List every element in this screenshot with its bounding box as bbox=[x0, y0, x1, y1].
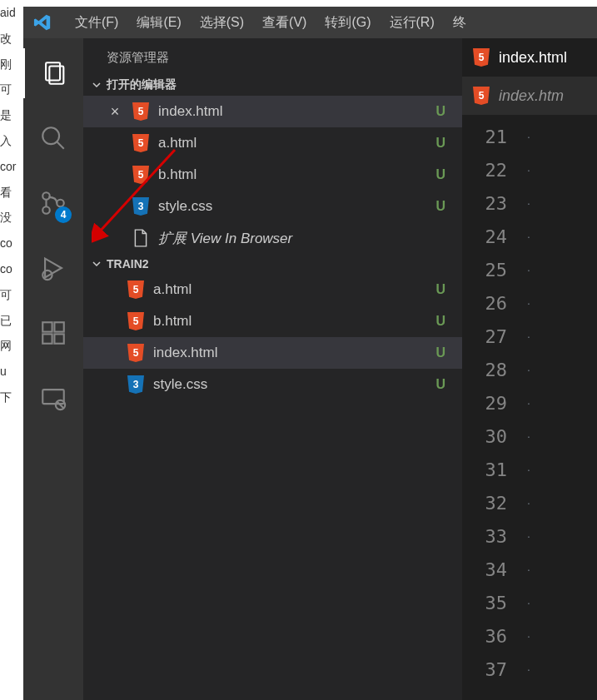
git-status: U bbox=[435, 199, 445, 214]
line-number: 34 bbox=[462, 559, 522, 580]
git-status: U bbox=[435, 167, 445, 182]
line-number: 26 bbox=[462, 293, 522, 314]
svg-line-14 bbox=[57, 401, 64, 409]
editor-line[interactable]: 36· bbox=[462, 619, 597, 653]
editor-line[interactable]: 30· bbox=[462, 420, 597, 453]
css3-icon: 3 bbox=[132, 197, 150, 216]
editor-line[interactable]: 33· bbox=[462, 519, 597, 553]
file-row[interactable]: 5a.htmlU bbox=[83, 274, 462, 305]
editor-line[interactable]: 29· bbox=[462, 386, 597, 420]
editor-line[interactable]: 22· bbox=[462, 153, 597, 186]
editor-line[interactable]: 34· bbox=[462, 553, 597, 586]
editor-line[interactable]: 26· bbox=[462, 286, 597, 320]
line-number: 36 bbox=[462, 626, 522, 647]
svg-rect-9 bbox=[42, 334, 52, 343]
activity-explorer[interactable] bbox=[23, 48, 83, 98]
tab-label: index.htm bbox=[499, 87, 587, 105]
file-row[interactable]: 扩展 View In Browser bbox=[83, 222, 462, 254]
svg-line-3 bbox=[57, 141, 64, 149]
activity-extensions[interactable] bbox=[23, 308, 83, 358]
svg-point-5 bbox=[42, 206, 50, 214]
titlebar: 文件(F)编辑(E)选择(S)查看(V)转到(G)运行(R)终 bbox=[23, 7, 597, 38]
editor-line[interactable]: 28· bbox=[462, 353, 597, 386]
git-status: U bbox=[435, 104, 445, 119]
editor-tab[interactable]: 5index.html bbox=[462, 38, 597, 77]
vscode-logo-icon bbox=[33, 13, 52, 32]
html5-icon: 5 bbox=[127, 344, 145, 362]
scm-badge: 4 bbox=[55, 206, 72, 223]
project-files-list: 5a.htmlU5b.htmlU5index.htmlU3style.cssU bbox=[83, 274, 462, 400]
file-row[interactable]: 5a.htmlU bbox=[83, 127, 462, 159]
editor-gutter[interactable]: 21·22·23·24·25·26·27·28·29·30·31·32·33·3… bbox=[462, 115, 597, 700]
css3-icon: 3 bbox=[127, 375, 145, 394]
line-number: 37 bbox=[462, 659, 522, 680]
menu-item[interactable]: 终 bbox=[445, 9, 475, 37]
open-editors-label: 打开的编辑器 bbox=[107, 77, 177, 92]
file-name: a.html bbox=[153, 281, 427, 298]
line-number: 33 bbox=[462, 526, 522, 547]
file-row[interactable]: ×5index.htmlU bbox=[83, 96, 462, 127]
menu-item[interactable]: 转到(G) bbox=[316, 9, 379, 37]
html5-icon: 5 bbox=[132, 102, 150, 121]
background-page-text: aid改刚可是入cor看没coco可已网u下 bbox=[0, 0, 23, 700]
editor-line[interactable]: 31· bbox=[462, 453, 597, 486]
menu-item[interactable]: 编辑(E) bbox=[128, 9, 189, 37]
file-row[interactable]: 3style.cssU bbox=[83, 369, 462, 400]
svg-point-4 bbox=[42, 192, 50, 200]
line-number: 29 bbox=[462, 393, 522, 414]
file-name: index.html bbox=[158, 103, 427, 120]
svg-rect-10 bbox=[54, 334, 63, 343]
menu-item[interactable]: 文件(F) bbox=[67, 9, 127, 37]
menu-item[interactable]: 查看(V) bbox=[254, 9, 315, 37]
html5-icon: 5 bbox=[132, 166, 150, 184]
editor-line[interactable]: 21· bbox=[462, 120, 597, 153]
editor-tab[interactable]: 5index.htm bbox=[462, 77, 597, 115]
line-number: 28 bbox=[462, 360, 522, 380]
svg-point-2 bbox=[42, 127, 59, 144]
line-number: 23 bbox=[462, 193, 522, 214]
editor-line[interactable]: 25· bbox=[462, 253, 597, 286]
file-row[interactable]: 5b.htmlU bbox=[83, 159, 462, 191]
file-icon bbox=[132, 229, 150, 247]
file-row[interactable]: 3style.cssU bbox=[83, 191, 462, 222]
chevron-down-icon bbox=[90, 257, 103, 271]
git-status: U bbox=[435, 136, 445, 151]
editor-line[interactable]: 35· bbox=[462, 586, 597, 619]
line-number: 32 bbox=[462, 493, 522, 514]
file-name: 扩展 View In Browser bbox=[158, 229, 445, 248]
open-editors-header[interactable]: 打开的编辑器 bbox=[83, 74, 462, 96]
git-status: U bbox=[435, 345, 445, 360]
editor-line[interactable]: 27· bbox=[462, 320, 597, 353]
activity-search[interactable] bbox=[23, 113, 83, 163]
editor-line[interactable]: 23· bbox=[462, 186, 597, 220]
sidebar-title: 资源管理器 bbox=[83, 38, 462, 74]
activity-source-control[interactable]: 4 bbox=[23, 178, 83, 228]
svg-rect-8 bbox=[42, 322, 52, 331]
file-name: a.html bbox=[158, 135, 427, 151]
project-label: TRAIN2 bbox=[107, 257, 149, 271]
svg-point-6 bbox=[57, 200, 64, 207]
activity-run-debug[interactable] bbox=[23, 243, 83, 293]
close-icon[interactable]: × bbox=[107, 103, 123, 121]
git-status: U bbox=[435, 282, 445, 297]
line-number: 30 bbox=[462, 426, 522, 447]
editor-line[interactable]: 37· bbox=[462, 653, 597, 686]
file-row[interactable]: 5index.htmlU bbox=[83, 337, 462, 369]
menu-item[interactable]: 运行(R) bbox=[381, 9, 443, 37]
editor-tabs: 5index.html5index.htm bbox=[462, 38, 597, 115]
editor-area: 5index.html5index.htm 21·22·23·24·25·26·… bbox=[462, 38, 597, 700]
vscode-window: 文件(F)编辑(E)选择(S)查看(V)转到(G)运行(R)终 4 bbox=[23, 7, 597, 700]
line-number: 22 bbox=[462, 160, 522, 181]
html5-icon: 5 bbox=[472, 87, 490, 105]
activity-remote[interactable] bbox=[23, 373, 83, 423]
editor-line[interactable]: 32· bbox=[462, 486, 597, 519]
project-header[interactable]: TRAIN2 bbox=[83, 254, 462, 274]
file-row[interactable]: 5b.htmlU bbox=[83, 305, 462, 337]
svg-rect-11 bbox=[54, 322, 63, 331]
menu-item[interactable]: 选择(S) bbox=[192, 9, 252, 37]
file-name: b.html bbox=[153, 313, 427, 330]
chevron-down-icon bbox=[90, 78, 103, 92]
line-number: 27 bbox=[462, 326, 522, 347]
line-number: 24 bbox=[462, 226, 522, 247]
editor-line[interactable]: 24· bbox=[462, 220, 597, 253]
